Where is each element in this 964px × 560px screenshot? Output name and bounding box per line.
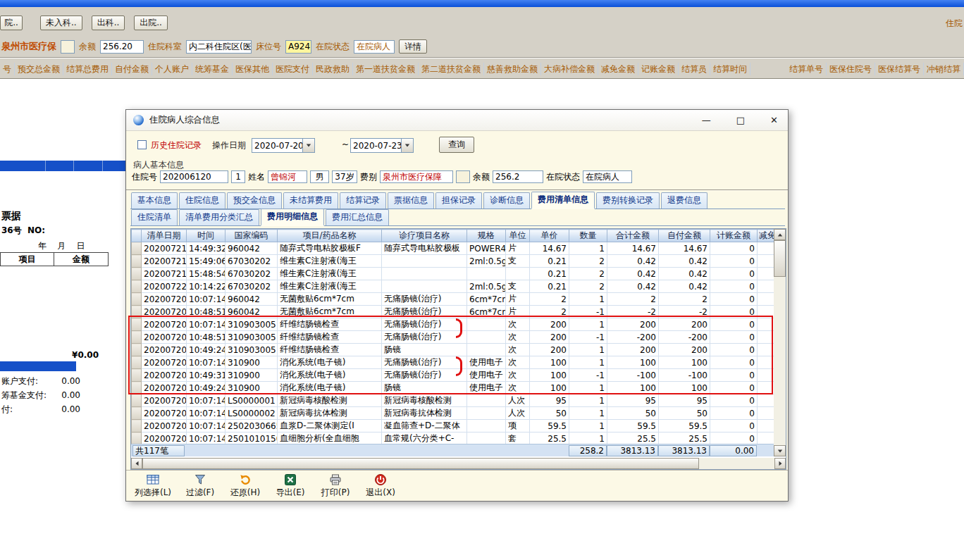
grid-data-row[interactable]: 2020072010:49:24310903005纤维结肠镜检查肠镜次20012… [132, 344, 774, 356]
grid-column-header[interactable]: 国家编码 [225, 230, 278, 242]
main-tab-3[interactable]: 预交金信息 [227, 192, 282, 209]
sub-tab-3[interactable]: 费用明细信息 [261, 209, 324, 226]
grid-column-header[interactable]: 自付金额 [659, 230, 710, 242]
toolbar-button-column-select[interactable]: 列选择(L) [132, 473, 174, 499]
row-selector-cell[interactable] [132, 306, 142, 318]
grid-data-row[interactable]: 2020072010:48:51960042无菌敷贴6cm*7cm无痛肠镜(治疗… [132, 306, 774, 318]
toolbar-button-filter[interactable]: 过滤(F) [181, 473, 219, 499]
top-toolbar-button-cut[interactable]: 院.. [0, 15, 23, 30]
sex-field[interactable]: 男 [310, 170, 329, 183]
row-selector-cell[interactable] [132, 318, 142, 331]
toolbar-button-export-excel[interactable]: 导出(E) [271, 473, 309, 499]
vertical-scrollbar[interactable] [774, 229, 786, 456]
grid-data-row[interactable]: 2020072210:14:2267030202维生素C注射液(海王2ml:0.… [132, 280, 774, 293]
grid-data-row[interactable]: 2020072010:07:14LS0000002新冠病毒抗体检测新冠病毒抗体检… [132, 407, 774, 420]
grid-data-row[interactable]: 2020072114:49:32960042随弃式导电粘胶极板F随弃式导电粘胶极… [132, 242, 774, 255]
vertical-scroll-thumb[interactable] [774, 240, 786, 277]
top-toolbar-button-2[interactable]: 出科.. [92, 15, 125, 30]
main-tab-6[interactable]: 票据信息 [388, 192, 434, 209]
top-toolbar-button-3[interactable]: 出院.. [134, 15, 168, 30]
detail-button[interactable]: 详情 [399, 39, 427, 54]
adm-no-field[interactable]: 202006120 [160, 170, 228, 183]
sub-tab-2[interactable]: 清单费用分类汇总 [179, 209, 259, 225]
maximize-icon[interactable]: □ [736, 116, 745, 125]
dept-field[interactable]: 内二科住院区(医 [186, 40, 252, 54]
grid-column-header[interactable]: 单位 [506, 230, 530, 242]
row-selector-cell[interactable] [132, 280, 142, 293]
query-button[interactable]: 查询 [439, 137, 474, 153]
grid-data-row[interactable]: 2020072010:07:1425010101503血细胞分析(全血细胞血常规… [132, 433, 774, 445]
grid-column-header[interactable]: 清单日期 [142, 230, 187, 242]
row-selector-cell[interactable] [132, 293, 142, 306]
grid-data-row[interactable]: 2020072115:49:0667030202维生素C注射液(海王2ml:0.… [132, 255, 774, 268]
row-selector-cell[interactable] [132, 255, 142, 268]
top-toolbar-button-1[interactable]: 未入科.. [40, 15, 82, 30]
row-selector-cell[interactable] [132, 407, 142, 420]
balance-field-dialog[interactable]: 256.2 [493, 170, 543, 183]
row-selector-cell[interactable] [132, 433, 142, 445]
minimize-icon[interactable]: — [702, 116, 711, 125]
bed-field[interactable]: A924 [285, 40, 311, 54]
grid-column-header[interactable]: 单价 [530, 230, 569, 242]
row-selector-cell[interactable] [132, 369, 142, 382]
grid-data-row[interactable]: 2020072010:07:14310903005纤维结肠镜检查无痛肠镜(治疗)… [132, 318, 774, 331]
grid-data-row[interactable]: 2020072115:48:5467030202维生素C注射液(海王0.2120… [132, 268, 774, 280]
adm-times-field[interactable]: 1 [231, 170, 245, 183]
main-tab-4[interactable]: 未结算费用 [283, 192, 338, 209]
dialog-titlebar[interactable]: 住院病人综合信息 — □ ✕ [126, 110, 788, 131]
main-tab-10[interactable]: 费别转换记录 [596, 192, 660, 209]
toolbar-button-print[interactable]: 打印(P) [316, 473, 354, 499]
grid-column-header[interactable]: 诊疗项目名称 [382, 230, 467, 242]
row-selector-cell[interactable] [132, 382, 142, 394]
grid-column-header[interactable]: 合计金额 [607, 230, 659, 242]
balance-field[interactable]: 256.20 [100, 40, 144, 54]
status-field-dialog[interactable]: 在院病人 [583, 170, 632, 183]
grid-data-row[interactable]: 2020072010:07:1425020306651血浆D-二聚体测定(I凝血… [132, 420, 774, 433]
grid-column-header[interactable]: 时间 [187, 230, 225, 242]
grid-data-row[interactable]: 2020072010:49:24310900消化系统(电子镜)肠镜使用电子次10… [132, 382, 774, 394]
row-selector-cell[interactable] [132, 420, 142, 433]
main-tab-2[interactable]: 住院信息 [179, 192, 225, 209]
toolbar-button-exit[interactable]: 退出(X) [362, 473, 400, 499]
grid-column-header[interactable]: 数量 [569, 230, 607, 242]
main-tab-7[interactable]: 担保记录 [435, 192, 482, 209]
grid-data-row[interactable]: 2020072010:07:14960042无菌敷贴6cm*7cm无痛肠镜(治疗… [132, 293, 774, 306]
history-checkbox[interactable] [137, 140, 147, 149]
main-tab-1[interactable]: 基本信息 [131, 192, 178, 209]
date-to-dropdown-icon[interactable] [401, 139, 413, 152]
main-tab-9[interactable]: 费用清单信息 [531, 192, 595, 209]
row-selector-cell[interactable] [132, 394, 142, 407]
date-from-dropdown-icon[interactable] [302, 139, 314, 152]
sub-tab-1[interactable]: 住院清单 [131, 209, 178, 225]
scroll-left-icon[interactable] [131, 458, 142, 469]
horizontal-scroll-thumb[interactable] [142, 458, 699, 469]
fee-extra-field-dialog[interactable] [456, 170, 470, 183]
fee-extra-field[interactable] [61, 40, 75, 54]
grid-column-header[interactable]: 规格 [467, 230, 506, 242]
close-icon[interactable]: ✕ [770, 116, 778, 125]
age-field[interactable]: 37岁 [332, 170, 357, 183]
toolbar-button-restore[interactable]: 还原(H) [226, 473, 264, 499]
scroll-right-icon[interactable] [774, 458, 786, 469]
row-selector-cell[interactable] [132, 268, 142, 280]
name-field[interactable]: 曾锦河 [268, 170, 307, 183]
scroll-down-icon[interactable] [774, 445, 786, 456]
fee-type-field[interactable]: 泉州市医疗保障 [380, 170, 453, 183]
row-selector-cell[interactable] [132, 344, 142, 356]
row-selector-cell[interactable] [132, 356, 142, 369]
main-tab-5[interactable]: 结算记录 [340, 192, 386, 209]
grid-column-header[interactable]: 减免 [758, 230, 774, 242]
grid-data-row[interactable]: 2020072010:07:14LS0000001新冠病毒核酸检测新冠病毒核酸检… [132, 394, 774, 407]
grid-column-header[interactable]: 项目/药品名称 [278, 230, 382, 242]
grid-column-header[interactable]: 计账金额 [710, 230, 758, 242]
main-tab-8[interactable]: 诊断信息 [483, 192, 530, 209]
scroll-up-icon[interactable] [774, 229, 786, 240]
grid-data-row[interactable]: 2020072010:48:51310903005纤维结肠镜检查无痛肠镜(治疗)… [132, 331, 774, 344]
main-tab-11[interactable]: 退费信息 [661, 192, 707, 209]
row-selector-cell[interactable] [132, 331, 142, 344]
grid-data-row[interactable]: 2020072010:07:14310900消化系统(电子镜)无痛肠镜(治疗)使… [132, 356, 774, 369]
row-selector-cell[interactable] [132, 242, 142, 255]
date-to-combo[interactable]: 2020-07-23 [350, 138, 414, 153]
grid-data-row[interactable]: 2020072010:49:31310900消化系统(电子镜)无痛肠镜(治疗)使… [132, 369, 774, 382]
date-from-combo[interactable]: 2020-07-20 [252, 138, 315, 153]
